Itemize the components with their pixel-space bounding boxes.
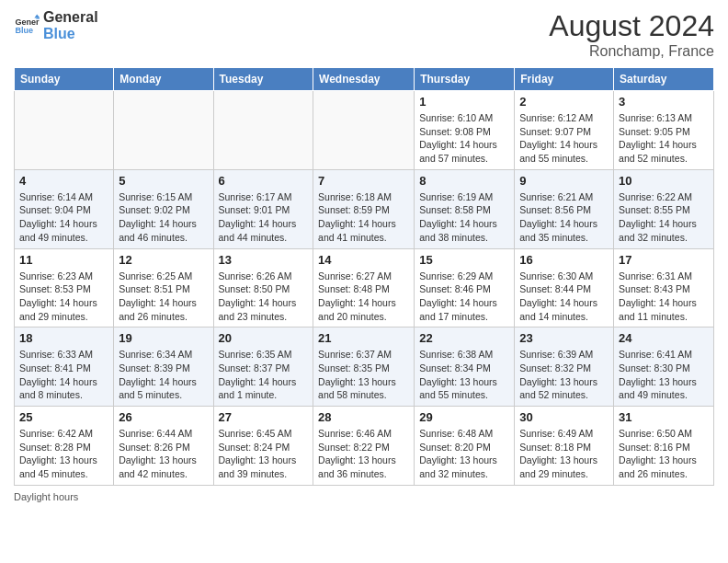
logo: General Blue General Blue [14, 9, 98, 41]
calendar-cell: 20Sunrise: 6:35 AMSunset: 8:37 PMDayligh… [213, 327, 313, 407]
day-info: Sunrise: 6:39 AMSunset: 8:32 PMDaylight:… [519, 348, 609, 402]
calendar-week-row: 11Sunrise: 6:23 AMSunset: 8:53 PMDayligh… [15, 248, 714, 327]
day-info: Sunrise: 6:34 AMSunset: 8:39 PMDaylight:… [119, 348, 208, 402]
svg-text:General: General [15, 17, 40, 26]
calendar-cell: 24Sunrise: 6:41 AMSunset: 8:30 PMDayligh… [614, 327, 714, 407]
day-number: 6 [219, 174, 309, 188]
calendar-cell: 14Sunrise: 6:27 AMSunset: 8:48 PMDayligh… [313, 248, 415, 327]
calendar-cell: 30Sunrise: 6:49 AMSunset: 8:18 PMDayligh… [515, 407, 614, 486]
day-info: Sunrise: 6:44 AMSunset: 8:26 PMDaylight:… [119, 427, 208, 481]
day-number: 19 [119, 331, 208, 345]
calendar-week-row: 1Sunrise: 6:10 AMSunset: 9:08 PMDaylight… [15, 91, 714, 170]
weekday-header: Monday [114, 68, 213, 91]
calendar-cell: 7Sunrise: 6:18 AMSunset: 8:59 PMDaylight… [313, 169, 415, 248]
calendar-cell: 28Sunrise: 6:46 AMSunset: 8:22 PMDayligh… [313, 407, 415, 486]
calendar-cell [313, 91, 415, 170]
day-number: 26 [119, 410, 208, 424]
day-number: 20 [219, 331, 309, 345]
day-number: 9 [519, 174, 609, 188]
month-year: August 2024 [549, 9, 714, 43]
calendar-cell: 9Sunrise: 6:21 AMSunset: 8:56 PMDaylight… [515, 169, 614, 248]
calendar-cell: 8Sunrise: 6:19 AMSunset: 8:58 PMDaylight… [415, 169, 515, 248]
day-info: Sunrise: 6:50 AMSunset: 8:16 PMDaylight:… [619, 427, 709, 481]
calendar-cell: 18Sunrise: 6:33 AMSunset: 8:41 PMDayligh… [15, 327, 114, 407]
calendar-cell: 12Sunrise: 6:25 AMSunset: 8:51 PMDayligh… [114, 248, 213, 327]
day-number: 25 [19, 410, 108, 424]
day-info: Sunrise: 6:46 AMSunset: 8:22 PMDaylight:… [318, 427, 409, 481]
day-number: 21 [318, 331, 409, 345]
day-info: Sunrise: 6:38 AMSunset: 8:34 PMDaylight:… [419, 348, 509, 402]
day-info: Sunrise: 6:23 AMSunset: 8:53 PMDaylight:… [19, 270, 108, 324]
logo-line1: General [43, 9, 98, 26]
day-info: Sunrise: 6:29 AMSunset: 8:46 PMDaylight:… [419, 270, 509, 324]
calendar-cell: 11Sunrise: 6:23 AMSunset: 8:53 PMDayligh… [15, 248, 114, 327]
day-info: Sunrise: 6:14 AMSunset: 9:04 PMDaylight:… [19, 190, 108, 245]
svg-text:Blue: Blue [15, 26, 33, 35]
day-info: Sunrise: 6:10 AMSunset: 9:08 PMDaylight:… [419, 111, 509, 166]
day-number: 4 [19, 174, 108, 188]
day-number: 13 [219, 253, 309, 267]
calendar-cell: 29Sunrise: 6:48 AMSunset: 8:20 PMDayligh… [415, 407, 515, 486]
calendar-cell: 17Sunrise: 6:31 AMSunset: 8:43 PMDayligh… [614, 248, 714, 327]
calendar-cell: 15Sunrise: 6:29 AMSunset: 8:46 PMDayligh… [415, 248, 515, 327]
calendar-cell: 23Sunrise: 6:39 AMSunset: 8:32 PMDayligh… [515, 327, 614, 407]
day-info: Sunrise: 6:37 AMSunset: 8:35 PMDaylight:… [318, 348, 409, 402]
weekday-header: Sunday [15, 68, 114, 91]
day-number: 10 [619, 174, 709, 188]
day-info: Sunrise: 6:18 AMSunset: 8:59 PMDaylight:… [318, 190, 409, 245]
day-number: 16 [519, 253, 609, 267]
day-info: Sunrise: 6:17 AMSunset: 9:01 PMDaylight:… [219, 190, 309, 245]
logo-line2: Blue [43, 26, 98, 42]
calendar-cell [15, 91, 114, 170]
page-header: General Blue General Blue August 2024 Ro… [14, 9, 714, 60]
calendar-cell: 26Sunrise: 6:44 AMSunset: 8:26 PMDayligh… [114, 407, 213, 486]
weekday-header: Wednesday [313, 68, 415, 91]
calendar-cell [114, 91, 213, 170]
calendar-cell: 19Sunrise: 6:34 AMSunset: 8:39 PMDayligh… [114, 327, 213, 407]
footer-note: Daylight hours [14, 491, 714, 502]
day-number: 2 [519, 95, 609, 109]
day-number: 31 [619, 410, 709, 424]
day-number: 15 [419, 253, 509, 267]
calendar-cell: 25Sunrise: 6:42 AMSunset: 8:28 PMDayligh… [15, 407, 114, 486]
day-number: 14 [318, 253, 409, 267]
day-number: 27 [219, 410, 309, 424]
day-number: 12 [119, 253, 208, 267]
day-info: Sunrise: 6:21 AMSunset: 8:56 PMDaylight:… [519, 190, 609, 245]
day-info: Sunrise: 6:12 AMSunset: 9:07 PMDaylight:… [519, 111, 609, 166]
calendar-cell: 16Sunrise: 6:30 AMSunset: 8:44 PMDayligh… [515, 248, 614, 327]
day-number: 22 [419, 331, 509, 345]
calendar-cell: 27Sunrise: 6:45 AMSunset: 8:24 PMDayligh… [213, 407, 313, 486]
day-info: Sunrise: 6:45 AMSunset: 8:24 PMDaylight:… [219, 427, 309, 481]
day-info: Sunrise: 6:49 AMSunset: 8:18 PMDaylight:… [519, 427, 609, 481]
day-info: Sunrise: 6:35 AMSunset: 8:37 PMDaylight:… [219, 348, 309, 402]
day-info: Sunrise: 6:48 AMSunset: 8:20 PMDaylight:… [419, 427, 509, 481]
calendar-cell: 31Sunrise: 6:50 AMSunset: 8:16 PMDayligh… [614, 407, 714, 486]
day-number: 8 [419, 174, 509, 188]
day-number: 5 [119, 174, 208, 188]
day-number: 11 [19, 253, 108, 267]
day-info: Sunrise: 6:26 AMSunset: 8:50 PMDaylight:… [219, 270, 309, 324]
day-number: 28 [318, 410, 409, 424]
day-number: 7 [318, 174, 409, 188]
day-info: Sunrise: 6:33 AMSunset: 8:41 PMDaylight:… [19, 348, 108, 402]
day-info: Sunrise: 6:19 AMSunset: 8:58 PMDaylight:… [419, 190, 509, 245]
calendar-cell: 1Sunrise: 6:10 AMSunset: 9:08 PMDaylight… [415, 91, 515, 170]
day-number: 17 [619, 253, 709, 267]
calendar-cell: 22Sunrise: 6:38 AMSunset: 8:34 PMDayligh… [415, 327, 515, 407]
day-number: 1 [419, 95, 509, 109]
weekday-header: Friday [515, 68, 614, 91]
calendar-table: SundayMondayTuesdayWednesdayThursdayFrid… [14, 67, 714, 486]
day-number: 30 [519, 410, 609, 424]
day-info: Sunrise: 6:31 AMSunset: 8:43 PMDaylight:… [619, 270, 709, 324]
calendar-cell: 21Sunrise: 6:37 AMSunset: 8:35 PMDayligh… [313, 327, 415, 407]
day-info: Sunrise: 6:22 AMSunset: 8:55 PMDaylight:… [619, 190, 709, 245]
day-number: 3 [619, 95, 709, 109]
calendar-week-row: 18Sunrise: 6:33 AMSunset: 8:41 PMDayligh… [15, 327, 714, 407]
weekday-header: Saturday [614, 68, 714, 91]
calendar-week-row: 25Sunrise: 6:42 AMSunset: 8:28 PMDayligh… [15, 407, 714, 486]
title-block: August 2024 Ronchamp, France [549, 9, 714, 60]
location: Ronchamp, France [549, 43, 714, 60]
calendar-cell: 2Sunrise: 6:12 AMSunset: 9:07 PMDaylight… [515, 91, 614, 170]
weekday-header-row: SundayMondayTuesdayWednesdayThursdayFrid… [15, 68, 714, 91]
